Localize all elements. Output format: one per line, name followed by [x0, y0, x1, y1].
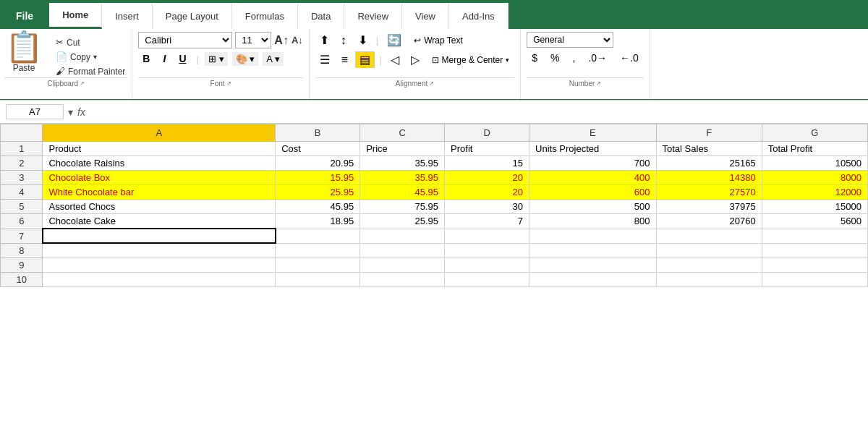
- cell-b6[interactable]: 18.95: [276, 214, 360, 229]
- font-color-button[interactable]: A ▾: [263, 52, 284, 66]
- underline-button[interactable]: U: [174, 51, 190, 66]
- row-num-3[interactable]: 3: [1, 171, 43, 185]
- cell-e4[interactable]: 600: [529, 185, 656, 200]
- tab-formulas[interactable]: Formulas: [232, 3, 298, 29]
- font-size-select[interactable]: 11: [235, 32, 271, 48]
- cell-d9[interactable]: [445, 258, 529, 272]
- align-bottom-button[interactable]: ⬇: [354, 32, 372, 48]
- alignment-expand-icon[interactable]: ↗: [429, 80, 434, 87]
- cell-e2[interactable]: 700: [529, 156, 656, 171]
- cell-a2[interactable]: Chocolate Raisins: [43, 156, 276, 171]
- align-top-button[interactable]: ⬆: [315, 32, 333, 48]
- number-format-select[interactable]: General: [527, 32, 613, 48]
- cell-reference-input[interactable]: [6, 104, 64, 119]
- dollar-button[interactable]: $: [527, 51, 542, 65]
- cell-b5[interactable]: 45.95: [276, 200, 360, 214]
- cell-f2[interactable]: 25165: [656, 156, 762, 171]
- cell-g9[interactable]: [762, 258, 867, 272]
- cell-e7[interactable]: [529, 229, 656, 243]
- cell-c7[interactable]: [360, 229, 445, 243]
- row-num-10[interactable]: 10: [1, 272, 43, 286]
- font-grow-icon[interactable]: A↑: [274, 34, 289, 47]
- bold-button[interactable]: B: [138, 51, 154, 66]
- tab-add-ins[interactable]: Add-Ins: [449, 3, 509, 29]
- row-num-4[interactable]: 4: [1, 185, 43, 200]
- row-num-2[interactable]: 2: [1, 156, 43, 171]
- cell-b10[interactable]: [276, 272, 360, 286]
- merge-center-button[interactable]: ⊡ Merge & Center ▾: [427, 53, 515, 67]
- copy-button[interactable]: 📄 Copy ▾: [54, 51, 127, 63]
- cell-d6[interactable]: 7: [445, 214, 529, 229]
- cell-f1[interactable]: Total Sales: [656, 142, 762, 156]
- paste-button[interactable]: 📋 Paste: [4, 32, 43, 73]
- cell-g2[interactable]: 10500: [762, 156, 867, 171]
- row-num-9[interactable]: 9: [1, 258, 43, 272]
- align-center-button[interactable]: ≡: [337, 52, 352, 68]
- cell-a10[interactable]: [43, 272, 276, 286]
- cell-e1[interactable]: Units Projected: [529, 142, 656, 156]
- cell-e3[interactable]: 400: [529, 171, 656, 185]
- cell-c1[interactable]: Price: [360, 142, 445, 156]
- cell-d7[interactable]: [445, 229, 529, 243]
- cell-b7[interactable]: [276, 229, 360, 243]
- clipboard-expand-icon[interactable]: ↗: [80, 80, 85, 87]
- cell-e9[interactable]: [529, 258, 656, 272]
- comma-button[interactable]: ,: [568, 51, 581, 65]
- tab-file[interactable]: File: [0, 3, 49, 29]
- cell-d10[interactable]: [445, 272, 529, 286]
- cell-b8[interactable]: [276, 243, 360, 258]
- col-header-b[interactable]: B: [276, 124, 360, 142]
- cell-c2[interactable]: 35.95: [360, 156, 445, 171]
- tab-home[interactable]: Home: [49, 3, 102, 29]
- tab-data[interactable]: Data: [298, 3, 344, 29]
- cell-d3[interactable]: 20: [445, 171, 529, 185]
- tab-page-layout[interactable]: Page Layout: [153, 3, 232, 29]
- cell-e10[interactable]: [529, 272, 656, 286]
- wrap-text-button[interactable]: ↩ Wrap Text: [409, 33, 468, 48]
- row-num-6[interactable]: 6: [1, 214, 43, 229]
- cell-d2[interactable]: 15: [445, 156, 529, 171]
- cell-c10[interactable]: [360, 272, 445, 286]
- cell-b3[interactable]: 15.95: [276, 171, 360, 185]
- cell-g10[interactable]: [762, 272, 867, 286]
- align-right-button[interactable]: ▤: [355, 51, 375, 68]
- format-painter-button[interactable]: 🖌 Format Painter: [54, 65, 127, 77]
- cell-a7[interactable]: [43, 229, 276, 243]
- cell-c9[interactable]: [360, 258, 445, 272]
- orient-button[interactable]: 🔄: [383, 32, 406, 48]
- cell-d5[interactable]: 30: [445, 200, 529, 214]
- percent-button[interactable]: %: [545, 51, 564, 65]
- cell-e8[interactable]: [529, 243, 656, 258]
- cell-a9[interactable]: [43, 258, 276, 272]
- font-name-select[interactable]: Calibri: [138, 32, 232, 48]
- cell-a8[interactable]: [43, 243, 276, 258]
- cell-g8[interactable]: [762, 243, 867, 258]
- cell-b2[interactable]: 20.95: [276, 156, 360, 171]
- cell-f8[interactable]: [656, 243, 762, 258]
- col-header-g[interactable]: G: [762, 124, 867, 142]
- align-left-button[interactable]: ☰: [315, 51, 334, 68]
- cell-a3[interactable]: Chocolate Box: [43, 171, 276, 185]
- cell-f7[interactable]: [656, 229, 762, 243]
- tab-review[interactable]: Review: [344, 3, 402, 29]
- cell-f3[interactable]: 14380: [656, 171, 762, 185]
- cut-button[interactable]: ✂ Cut: [54, 36, 127, 48]
- cell-g1[interactable]: Total Profit: [762, 142, 867, 156]
- increase-decimal-button[interactable]: .0→: [583, 51, 612, 65]
- row-num-7[interactable]: 7: [1, 229, 43, 243]
- cell-g3[interactable]: 8000: [762, 171, 867, 185]
- cell-c8[interactable]: [360, 243, 445, 258]
- cell-g7[interactable]: [762, 229, 867, 243]
- italic-button[interactable]: I: [158, 51, 170, 66]
- cell-d4[interactable]: 20: [445, 185, 529, 200]
- row-num-8[interactable]: 8: [1, 243, 43, 258]
- cell-c6[interactable]: 25.95: [360, 214, 445, 229]
- cell-b9[interactable]: [276, 258, 360, 272]
- borders-button[interactable]: ⊞ ▾: [205, 52, 228, 66]
- cell-g5[interactable]: 15000: [762, 200, 867, 214]
- cell-a4[interactable]: White Chocolate bar: [43, 185, 276, 200]
- font-shrink-icon[interactable]: A↓: [292, 35, 303, 46]
- tab-insert[interactable]: Insert: [102, 3, 153, 29]
- cell-f10[interactable]: [656, 272, 762, 286]
- cell-g6[interactable]: 5600: [762, 214, 867, 229]
